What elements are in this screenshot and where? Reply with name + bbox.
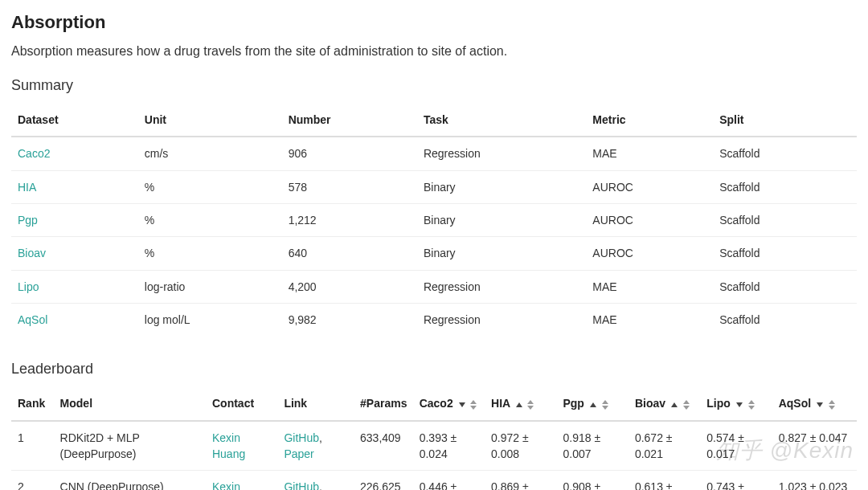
arrow-down-icon [817,402,823,407]
lb-col-aqsol[interactable]: AqSol [772,387,857,420]
cell-aqsol: 0.827 ± 0.047 [772,421,857,471]
cell-task: Binary [417,204,586,237]
cell-pgp: 0.918 ± 0.007 [556,421,628,471]
cell-number: 906 [282,137,417,170]
lb-col-hia[interactable]: HIA [485,387,556,420]
lb-col-link: Link [277,387,354,420]
dataset-link[interactable]: Lipo [18,280,39,293]
cell-hia: 0.869 ± 0.026 [485,471,556,490]
cell-unit: % [138,204,282,237]
summary-row: Pgp%1,212BinaryAUROCScaffold [11,204,857,237]
summary-row: HIA%578BinaryAUROCScaffold [11,170,857,203]
cell-metric: AUROC [586,170,713,203]
summary-col-dataset: Dataset [11,104,138,137]
cell-bioav: 0.672 ± 0.021 [628,421,700,471]
cell-unit: log mol/L [138,303,282,336]
cell-split: Scaffold [713,204,857,237]
lb-col-contact: Contact [206,387,277,420]
sort-icon [683,400,690,410]
cell-unit: % [138,237,282,270]
sort-icon [748,400,755,410]
lb-col-caco2[interactable]: Caco2 [413,387,485,420]
arrow-up-icon [516,402,522,407]
dataset-link[interactable]: Bioav [18,247,46,259]
summary-col-task: Task [417,104,586,137]
contact-link[interactable]: Kexin Huang [212,480,245,490]
page-title: Absorption [11,10,857,35]
dataset-link[interactable]: Pgp [18,214,38,227]
summary-row: Lipolog-ratio4,200RegressionMAEScaffold [11,270,857,303]
cell-split: Scaffold [713,303,857,336]
leaderboard-heading: Leaderboard [11,358,857,379]
paper-link[interactable]: Paper [284,447,313,460]
arrow-up-icon [671,402,678,407]
cell-number: 9,982 [282,303,417,336]
dataset-link[interactable]: Caco2 [18,147,50,160]
cell-number: 1,212 [282,204,417,237]
summary-col-unit: Unit [138,104,282,137]
leaderboard-row: 1RDKit2D + MLP (DeepPurpose)Kexin HuangG… [11,421,857,471]
summary-col-metric: Metric [586,104,713,137]
cell-params: 226,625 [354,471,413,490]
arrow-down-icon [459,402,465,407]
summary-col-split: Split [713,104,857,137]
cell-model: CNN (DeepPurpose) [54,471,206,490]
github-link[interactable]: GitHub [284,431,319,444]
lb-col-pgp-label: Pgp [563,397,583,410]
cell-unit: log-ratio [138,270,282,303]
lb-col-aqsol-label: AqSol [779,397,811,410]
cell-metric: AUROC [586,237,713,270]
cell-pgp: 0.908 ± 0.012 [556,471,628,490]
summary-row: AqSollog mol/L9,982RegressionMAEScaffold [11,303,857,336]
contact-link[interactable]: Kexin Huang [212,431,245,460]
cell-task: Binary [417,170,586,203]
cell-model: RDKit2D + MLP (DeepPurpose) [54,421,206,471]
lb-col-hia-label: HIA [491,397,510,410]
cell-caco2: 0.393 ± 0.024 [413,421,485,471]
dataset-link[interactable]: AqSol [18,313,47,326]
cell-metric: MAE [586,137,713,170]
summary-row: Bioav%640BinaryAUROCScaffold [11,237,857,270]
lb-col-lipo[interactable]: Lipo [700,387,772,420]
cell-split: Scaffold [713,170,857,203]
cell-params: 633,409 [354,421,413,471]
cell-hia: 0.972 ± 0.008 [485,421,556,471]
cell-split: Scaffold [713,270,857,303]
sort-icon [470,400,477,410]
cell-number: 4,200 [282,270,417,303]
arrow-down-icon [736,402,743,407]
cell-lipo: 0.743 ± 0.020 [700,471,772,490]
cell-number: 640 [282,237,417,270]
cell-metric: MAE [586,270,713,303]
lb-col-pgp[interactable]: Pgp [556,387,628,420]
cell-task: Regression [417,303,586,336]
lb-col-bioav[interactable]: Bioav [628,387,700,420]
page-description: Absorption measures how a drug travels f… [11,42,857,60]
cell-bioav: 0.613 ± 0.013 [628,471,700,490]
lb-col-params: #Params [354,387,413,420]
dataset-link[interactable]: HIA [18,181,36,194]
cell-unit: cm/s [138,137,282,170]
cell-unit: % [138,170,282,203]
arrow-up-icon [590,402,596,407]
lb-col-lipo-label: Lipo [706,397,731,410]
cell-rank: 2 [11,471,54,490]
summary-heading: Summary [11,75,857,96]
leaderboard-table: Rank Model Contact Link #Params Caco2 HI… [11,387,857,490]
cell-task: Regression [417,137,586,170]
summary-row: Caco2cm/s906RegressionMAEScaffold [11,137,857,170]
leaderboard-row: 2CNN (DeepPurpose)Kexin HuangGitHub, Pap… [11,471,857,490]
cell-number: 578 [282,170,417,203]
sort-icon [602,400,608,410]
cell-metric: AUROC [586,204,713,237]
github-link[interactable]: GitHub [284,480,319,490]
sort-icon [527,400,534,410]
lb-col-caco2-label: Caco2 [420,397,453,410]
sort-icon [829,400,835,410]
lb-col-rank: Rank [11,387,54,420]
lb-col-bioav-label: Bioav [635,397,665,410]
cell-metric: MAE [586,303,713,336]
summary-table: Dataset Unit Number Task Metric Split Ca… [11,104,857,336]
cell-lipo: 0.574 ± 0.017 [700,421,772,471]
cell-task: Regression [417,270,586,303]
